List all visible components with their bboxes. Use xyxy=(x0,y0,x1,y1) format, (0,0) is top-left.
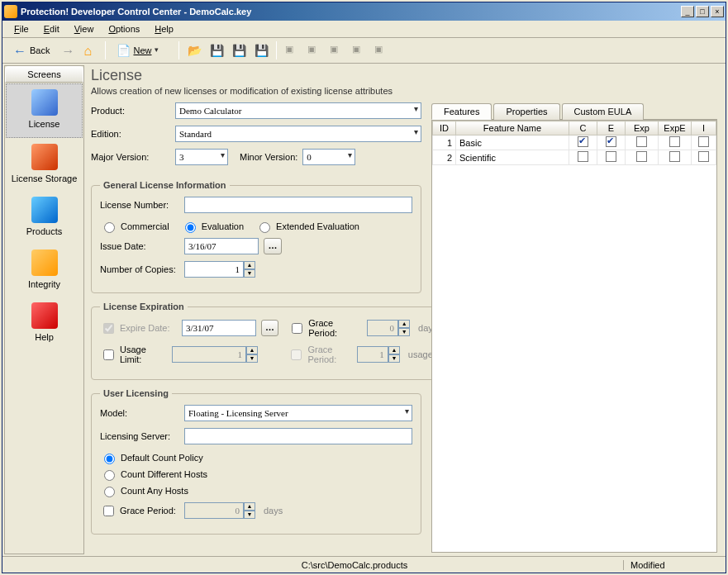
issue-date-picker-button[interactable]: … xyxy=(264,238,282,254)
minor-version-label: Minor Version: xyxy=(240,152,297,162)
major-version-select[interactable]: 3 xyxy=(175,149,228,165)
spin-up[interactable]: ▲ xyxy=(244,261,255,269)
radio-evaluation[interactable]: Evaluation xyxy=(181,220,244,233)
expire-date-input[interactable] xyxy=(182,320,256,336)
usage-limit-checkbox[interactable]: Usage Limit: xyxy=(100,345,167,364)
licensing-server-input[interactable] xyxy=(184,428,412,444)
save-as-button[interactable] xyxy=(229,40,249,60)
sidebar-item-license[interactable]: License xyxy=(6,83,83,138)
cell-expe[interactable] xyxy=(659,150,692,165)
copies-spinner[interactable]: ▲▼ xyxy=(184,261,255,278)
spin-down[interactable]: ▼ xyxy=(244,269,255,278)
save-all-button[interactable] xyxy=(251,40,271,60)
general-license-group: General License Information License Numb… xyxy=(91,180,421,293)
sidebar-item-help[interactable]: Help xyxy=(5,297,83,350)
forward-button[interactable] xyxy=(58,40,78,60)
col-expe[interactable]: ExpE xyxy=(659,121,692,135)
spin-down[interactable]: ▼ xyxy=(244,511,255,519)
grace-days-spinner[interactable]: ▲▼ xyxy=(367,320,410,336)
features-table: ID Feature Name C E Exp ExpE I xyxy=(432,121,716,165)
checkbox-icon[interactable] xyxy=(669,136,680,147)
issue-date-input[interactable] xyxy=(184,238,259,254)
user-grace-spinner[interactable]: ▲▼ xyxy=(184,502,255,519)
sidebar-item-label: Products xyxy=(7,226,82,236)
cell-expe[interactable] xyxy=(659,135,692,150)
col-i[interactable]: I xyxy=(692,121,716,135)
cell-e[interactable] xyxy=(597,135,626,150)
checkbox-icon[interactable] xyxy=(578,151,588,162)
grace-period-usages-checkbox: Grace Period: xyxy=(288,345,351,364)
table-row[interactable]: 2Scientific xyxy=(433,150,716,165)
col-id[interactable]: ID xyxy=(433,121,456,135)
radio-default-policy[interactable]: Default Count Policy xyxy=(100,451,203,464)
product-select[interactable]: Demo Calculator xyxy=(175,102,421,119)
checkbox-icon[interactable] xyxy=(636,136,647,147)
edition-select[interactable]: Standard xyxy=(175,126,421,142)
home-button[interactable] xyxy=(80,40,100,60)
new-button[interactable]: New xyxy=(111,40,174,60)
minimize-button[interactable]: _ xyxy=(681,6,694,17)
back-button[interactable]: Back xyxy=(7,40,55,60)
close-button[interactable]: × xyxy=(711,6,724,17)
usage-limit-input[interactable] xyxy=(172,346,246,363)
spin-up[interactable]: ▲ xyxy=(398,320,410,328)
spin-down[interactable]: ▼ xyxy=(398,328,410,336)
sidebar-item-storage[interactable]: License Storage xyxy=(5,139,83,192)
radio-extended[interactable]: Extended Evaluation xyxy=(255,220,359,233)
checkbox-icon[interactable] xyxy=(698,136,709,147)
status-path: C:\src\DemoCalc.products xyxy=(86,560,623,570)
checkbox-icon[interactable] xyxy=(606,151,616,162)
radio-diff-hosts[interactable]: Count Different Hosts xyxy=(100,468,207,481)
cell-e[interactable] xyxy=(597,150,626,165)
tab-eula[interactable]: Custom EULA xyxy=(562,103,645,120)
sidebar-item-products[interactable]: Products xyxy=(5,192,83,245)
cell-c[interactable] xyxy=(569,150,597,165)
cell-i[interactable] xyxy=(692,135,716,150)
col-c[interactable]: C xyxy=(569,121,597,135)
tab-properties[interactable]: Properties xyxy=(493,103,559,120)
minor-version-select[interactable]: 0 xyxy=(302,149,355,165)
grace-usages-spinner: ▲▼ xyxy=(357,346,400,363)
col-name[interactable]: Feature Name xyxy=(456,121,569,135)
user-grace-input[interactable] xyxy=(184,502,244,519)
table-row[interactable]: 1Basic xyxy=(433,135,716,150)
checkbox-icon[interactable] xyxy=(578,136,588,147)
checkbox-icon[interactable] xyxy=(669,151,680,162)
major-version-label: Major Version: xyxy=(91,152,170,162)
sidebar-item-label: Integrity xyxy=(7,279,82,289)
maximize-button[interactable]: □ xyxy=(696,6,709,17)
cell-exp[interactable] xyxy=(626,135,659,150)
menu-view[interactable]: View xyxy=(68,22,101,36)
grace-period-checkbox[interactable]: Grace Period: xyxy=(100,503,179,519)
menu-edit[interactable]: Edit xyxy=(37,22,66,36)
cell-i[interactable] xyxy=(692,150,716,165)
usage-limit-spinner[interactable]: ▲▼ xyxy=(172,346,258,363)
license-number-input[interactable] xyxy=(184,197,412,213)
radio-commercial[interactable]: Commercial xyxy=(100,220,169,233)
checkbox-icon[interactable] xyxy=(606,136,616,147)
cell-c[interactable] xyxy=(569,135,597,150)
model-select[interactable]: Floating - Licensing Server xyxy=(184,405,412,421)
copies-input[interactable] xyxy=(184,261,244,278)
menu-options[interactable]: Options xyxy=(102,22,146,36)
expire-date-picker-button[interactable]: … xyxy=(261,320,278,336)
spin-up[interactable]: ▲ xyxy=(246,346,258,354)
radio-any-hosts[interactable]: Count Any Hosts xyxy=(100,484,188,497)
grace-period-days-checkbox[interactable]: Grace Period: xyxy=(288,318,362,338)
copies-label: Number of Copies: xyxy=(100,264,179,274)
tab-features[interactable]: Features xyxy=(431,103,492,120)
menu-help[interactable]: Help xyxy=(148,22,180,36)
cell-exp[interactable] xyxy=(626,150,659,165)
checkbox-icon[interactable] xyxy=(698,151,709,162)
spin-down[interactable]: ▼ xyxy=(246,354,258,363)
save-button[interactable] xyxy=(207,40,226,60)
col-e[interactable]: E xyxy=(597,121,626,135)
checkbox-icon[interactable] xyxy=(636,151,647,162)
col-exp[interactable]: Exp xyxy=(626,121,659,135)
open-button[interactable] xyxy=(184,40,204,60)
expire-date-checkbox[interactable]: Expire Date: xyxy=(100,321,177,336)
spin-up[interactable]: ▲ xyxy=(244,502,255,511)
sidebar-item-integrity[interactable]: Integrity xyxy=(5,245,83,297)
menu-file[interactable]: File xyxy=(7,22,36,36)
grace-days-input[interactable] xyxy=(367,320,398,336)
